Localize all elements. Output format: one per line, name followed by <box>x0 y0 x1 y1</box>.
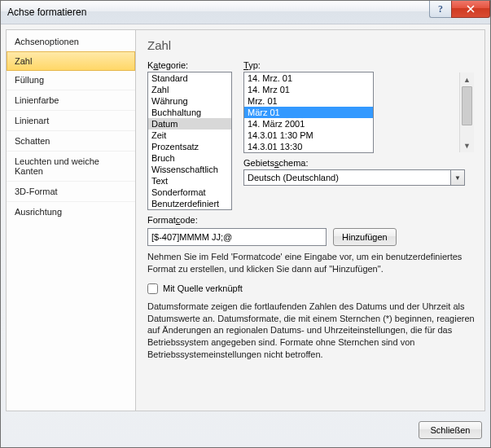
nav-sidebar: Achsenoptionen Zahl Füllung Linienfarbe … <box>6 29 136 411</box>
window-buttons: ? <box>429 1 490 17</box>
type-label: Typ: <box>243 60 475 70</box>
nav-3dformat[interactable]: 3D-Format <box>7 182 135 202</box>
list-item[interactable]: 14. März 2001 <box>244 118 373 130</box>
pane-heading: Zahl <box>147 38 475 52</box>
nav-achsenoptionen[interactable]: Achsenoptionen <box>7 32 135 52</box>
nav-fuellung[interactable]: Füllung <box>7 70 135 90</box>
list-item[interactable]: Benutzerdefiniert <box>148 198 231 209</box>
type-scrollbar[interactable]: ▲ ▼ <box>459 72 474 152</box>
formatcode-label: Formatcode: <box>147 215 475 225</box>
formatcode-row: Hinzufügen <box>147 228 475 246</box>
locale-input[interactable] <box>243 169 450 186</box>
scroll-down-icon[interactable]: ▼ <box>460 138 474 152</box>
dialog-footer: Schließen <box>1 416 490 447</box>
formatcode-input[interactable] <box>147 228 327 246</box>
nav-linienart[interactable]: Linienart <box>7 111 135 131</box>
nav-linienfarbe[interactable]: Linienfarbe <box>7 90 135 111</box>
linked-checkbox-input[interactable] <box>147 283 158 294</box>
nav-ausrichtung[interactable]: Ausrichtung <box>7 202 135 222</box>
type-listbox-wrap: 14. Mrz. 01 14. Mrz 01 Mrz. 01 März 01 1… <box>243 72 475 153</box>
help-button[interactable]: ? <box>429 1 451 18</box>
close-button[interactable]: Schließen <box>419 421 482 439</box>
nav-leuchten[interactable]: Leuchten und weiche Kanten <box>7 152 135 182</box>
list-item[interactable]: Währung <box>148 95 231 107</box>
locale-combo[interactable]: ▼ <box>243 169 465 186</box>
category-listbox[interactable]: Standard Zahl Währung Buchhaltung Datum … <box>147 72 232 210</box>
list-item[interactable]: Bruch <box>148 152 231 164</box>
list-item[interactable]: Text <box>148 175 231 187</box>
type-listbox[interactable]: 14. Mrz. 01 14. Mrz 01 Mrz. 01 März 01 1… <box>243 72 374 153</box>
list-item[interactable]: Zahl <box>148 84 231 95</box>
type-locale-col: Typ: 14. Mrz. 01 14. Mrz 01 Mrz. 01 März… <box>243 60 475 210</box>
add-button[interactable]: Hinzufügen <box>333 228 397 246</box>
dialog-window: Achse formatieren ? Achsenoptionen Zahl … <box>0 0 491 448</box>
list-item[interactable]: 14. Mrz 01 <box>244 84 373 95</box>
chevron-down-icon[interactable]: ▼ <box>450 169 465 186</box>
list-item[interactable]: 14. Mrz. 01 <box>244 72 373 84</box>
linked-to-source-checkbox[interactable]: Mit Quelle verknüpft <box>147 283 475 294</box>
nav-schatten[interactable]: Schatten <box>7 131 135 152</box>
list-item[interactable]: Buchhaltung <box>148 107 231 118</box>
scroll-up-icon[interactable]: ▲ <box>460 72 474 86</box>
nav-zahl[interactable]: Zahl <box>7 51 135 71</box>
list-item[interactable]: Prozentsatz <box>148 141 231 152</box>
list-item[interactable]: Zeit <box>148 130 231 141</box>
scroll-track[interactable] <box>460 86 474 138</box>
window-title: Achse formatieren <box>7 7 86 18</box>
main-pane: Zahl Kategorie: Standard Zahl Währung Bu… <box>136 29 485 411</box>
close-window-button[interactable] <box>451 1 490 18</box>
linked-label: Mit Quelle verknüpft <box>163 283 243 293</box>
category-col: Kategorie: Standard Zahl Währung Buchhal… <box>147 60 232 210</box>
list-item[interactable]: März 01 <box>244 107 373 118</box>
list-item[interactable]: Datum <box>148 118 231 130</box>
close-icon <box>466 5 476 13</box>
list-item[interactable]: Sonderformat <box>148 187 231 198</box>
dialog-body: Achsenoptionen Zahl Füllung Linienfarbe … <box>1 24 490 416</box>
list-item[interactable]: 14.3.01 1:30 PM <box>244 130 373 141</box>
lists-row: Kategorie: Standard Zahl Währung Buchhal… <box>147 60 475 210</box>
titlebar[interactable]: Achse formatieren ? <box>1 1 490 24</box>
category-label: Kategorie: <box>147 60 232 70</box>
list-item[interactable]: Wissenschaftlich <box>148 164 231 175</box>
hint-dateformats: Datumsformate zeigen die fortlaufenden Z… <box>147 301 475 361</box>
list-item[interactable]: Mrz. 01 <box>244 95 373 107</box>
locale-label: Gebietsschema: <box>243 158 475 168</box>
list-item[interactable]: 14.3.01 13:30 <box>244 141 373 152</box>
scroll-thumb[interactable] <box>462 86 472 125</box>
list-item[interactable]: Standard <box>148 72 231 84</box>
hint-formatcode: Nehmen Sie im Feld 'Formatcode' eine Ein… <box>147 251 475 275</box>
